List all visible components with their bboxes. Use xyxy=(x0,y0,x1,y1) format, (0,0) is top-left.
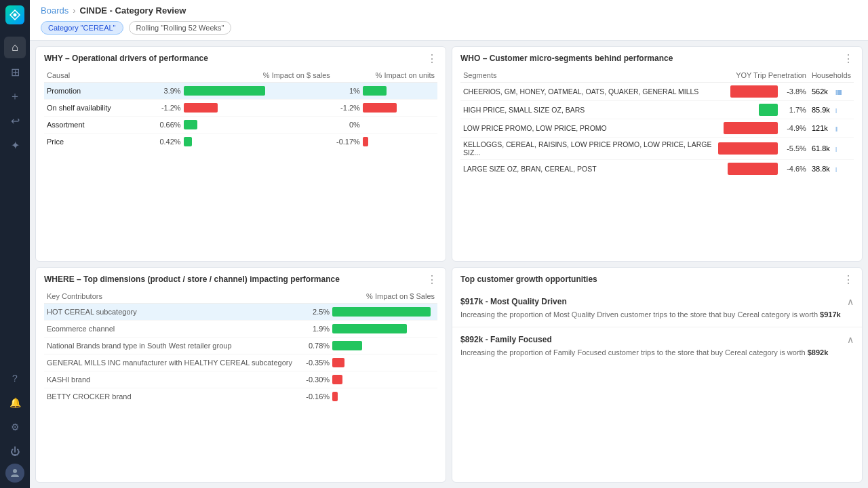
who-panel-header: WHO – Customer micro-segments behind per… xyxy=(452,47,862,68)
who-segment-label: KELLOGGS, CEREAL, RAISINS, LOW PRICE PRO… xyxy=(463,140,711,157)
who-hh-icons: |||||||| xyxy=(835,89,842,95)
app-logo[interactable] xyxy=(5,5,24,24)
chevron-up-icon: ∧ xyxy=(847,334,854,345)
table-row: HOT CEREAL subcategory 2.5% xyxy=(44,304,437,321)
table-row: HIGH PRICE, SMALL SIZE OZ, BARS 1.7% 85.… xyxy=(460,101,854,119)
who-hh-icons: | xyxy=(835,107,836,113)
filter-tag-category[interactable]: Category "CEREAL" xyxy=(41,21,123,35)
why-units-value: 0% xyxy=(336,121,360,129)
sidebar: ⌂ ⊞ ＋ ↩ ✦ ? 🔔 ⚙ ⏻ xyxy=(0,0,30,488)
table-row: KASHI brand -0.30% xyxy=(44,371,437,388)
who-hh-icons: || xyxy=(835,125,837,131)
table-row: Price 0.42% -0.17% xyxy=(44,134,437,150)
who-panel: WHO – Customer micro-segments behind per… xyxy=(452,46,863,262)
table-row: KELLOGGS, CEREAL, RAISINS, LOW PRICE PRO… xyxy=(460,138,854,160)
where-panel-body: Key Contributors % Impact on $ Sales HOT… xyxy=(36,289,446,482)
table-row: LARGE SIZE OZ, BRAN, CEREAL, POST -4.6% … xyxy=(460,160,854,178)
growth-item-title: $892k - Family Focused xyxy=(460,335,552,344)
growth-item-desc: Increasing the proportion of Family Focu… xyxy=(460,348,854,358)
table-row: Ecommerce channel 1.9% xyxy=(44,321,437,338)
who-col-segments: Segments xyxy=(460,68,715,83)
table-row: LOW PRICE PROMO, LOW PRICE, PROMO -4.9% … xyxy=(460,119,854,138)
sidebar-icon-power[interactable]: ⏻ xyxy=(4,441,26,462)
why-sales-value: 0.42% xyxy=(157,138,181,146)
why-row-label: Price xyxy=(47,138,64,146)
why-sales-value: 0.66% xyxy=(157,121,181,129)
why-units-value: -0.17% xyxy=(336,138,360,146)
where-row-label: Ecommerce channel xyxy=(47,325,115,333)
why-col-sales: % Impact on $ sales xyxy=(154,68,333,83)
why-panel-title: WHY – Operational drivers of performance xyxy=(44,54,208,63)
table-row: On shelf availability -1.2% -1.2% xyxy=(44,100,437,117)
where-row-value: 2.5% xyxy=(305,308,330,316)
why-panel: WHY – Operational drivers of performance… xyxy=(35,46,446,262)
table-row: GENERAL MILLS INC manufacturer with HEAL… xyxy=(44,354,437,371)
why-col-units: % Impact on units xyxy=(333,68,437,83)
sidebar-icon-settings[interactable]: ⚙ xyxy=(4,416,26,438)
growth-item-title: $917k - Most Quality Driven xyxy=(460,297,567,306)
main-content: Boards › CINDE - Category Review Categor… xyxy=(30,0,868,488)
why-table: Causal % Impact on $ sales % Impact on u… xyxy=(44,68,437,150)
table-row: CHEERIOS, GM, HONEY, OATMEAL, OATS, QUAK… xyxy=(460,83,854,101)
table-row: BETTY CROCKER brand -0.16% xyxy=(44,388,437,405)
why-sales-value: -1.2% xyxy=(157,104,181,112)
why-panel-body: Causal % Impact on $ sales % Impact on u… xyxy=(36,68,446,261)
where-col-contributors: Key Contributors xyxy=(44,289,302,304)
who-hh-value: 61.8k xyxy=(812,144,833,152)
where-row-value: -0.16% xyxy=(305,392,330,401)
where-panel-title: WHERE – Top dimensions (product / store … xyxy=(44,274,340,284)
who-segment-label: LARGE SIZE OZ, BRAN, CEREAL, POST xyxy=(463,165,597,173)
filter-tags-container: Category "CEREAL" Rolling "Rolling 52 We… xyxy=(41,21,857,35)
table-row: Promotion 3.9% 1% xyxy=(44,83,437,100)
svg-point-1 xyxy=(13,469,17,473)
who-hh-value: 562k xyxy=(812,87,833,96)
who-segment-label: HIGH PRICE, SMALL SIZE OZ, BARS xyxy=(463,106,585,114)
sidebar-icon-add[interactable]: ＋ xyxy=(4,85,26,107)
who-hh-value: 85.9k xyxy=(812,106,833,114)
sidebar-icon-home[interactable]: ⌂ xyxy=(4,37,26,58)
where-panel-menu[interactable]: ⋮ xyxy=(427,274,437,285)
sidebar-icon-star[interactable]: ✦ xyxy=(4,134,26,156)
why-row-label: Assortment xyxy=(47,121,85,129)
who-table: Segments YOY Trip Penetration Households… xyxy=(460,68,854,178)
breadcrumb-boards-link[interactable]: Boards xyxy=(41,5,68,16)
where-table: Key Contributors % Impact on $ Sales HOT… xyxy=(44,289,437,405)
who-col-hh: Households xyxy=(809,68,854,83)
who-panel-menu[interactable]: ⋮ xyxy=(843,54,854,64)
list-item[interactable]: $892k - Family Focused ∧ Increasing the … xyxy=(452,327,862,365)
where-row-value: -0.30% xyxy=(305,375,330,384)
sidebar-icon-grid[interactable]: ⊞ xyxy=(4,61,26,83)
growth-panel-body: $917k - Most Quality Driven ∧ Increasing… xyxy=(452,289,862,482)
who-panel-body: Segments YOY Trip Penetration Households… xyxy=(452,68,862,261)
sidebar-icon-history[interactable]: ↩ xyxy=(4,110,26,131)
table-row: Assortment 0.66% 0% xyxy=(44,117,437,134)
svg-point-0 xyxy=(14,14,17,17)
who-hh-icons: | xyxy=(835,166,836,172)
who-col-yoy: YOY Trip Penetration xyxy=(715,68,809,83)
where-row-value: -0.35% xyxy=(305,359,330,367)
growth-panel-menu[interactable]: ⋮ xyxy=(843,274,854,285)
breadcrumb: Boards › CINDE - Category Review xyxy=(41,5,857,16)
breadcrumb-separator: › xyxy=(73,5,75,16)
why-panel-menu[interactable]: ⋮ xyxy=(427,54,437,64)
list-item[interactable]: $917k - Most Quality Driven ∧ Increasing… xyxy=(452,289,862,327)
who-hh-value: 38.8k xyxy=(812,165,833,173)
why-panel-header: WHY – Operational drivers of performance… xyxy=(36,47,446,68)
page-title: CINDE - Category Review xyxy=(80,5,186,16)
user-avatar[interactable] xyxy=(5,464,24,483)
where-col-impact: % Impact on $ Sales xyxy=(302,289,437,304)
where-row-value: 1.9% xyxy=(305,325,330,333)
who-hh-icons: | xyxy=(835,146,836,152)
filter-tag-rolling[interactable]: Rolling "Rolling 52 Weeks" xyxy=(129,21,232,35)
where-row-label: National Brands brand type in South West… xyxy=(47,342,232,350)
where-panel-header: WHERE – Top dimensions (product / store … xyxy=(36,268,446,289)
why-row-label: Promotion xyxy=(47,87,81,95)
where-row-label: GENERAL MILLS INC manufacturer with HEAL… xyxy=(47,359,292,367)
who-yoy-value: 1.7% xyxy=(781,106,806,114)
who-yoy-value: -4.6% xyxy=(781,165,806,173)
growth-panel: Top customer growth opportunities ⋮ $917… xyxy=(452,267,863,483)
who-yoy-value: -3.8% xyxy=(781,87,806,96)
sidebar-icon-help[interactable]: ? xyxy=(4,367,26,389)
where-row-label: HOT CEREAL subcategory xyxy=(47,308,137,316)
sidebar-icon-bell[interactable]: 🔔 xyxy=(4,392,26,413)
